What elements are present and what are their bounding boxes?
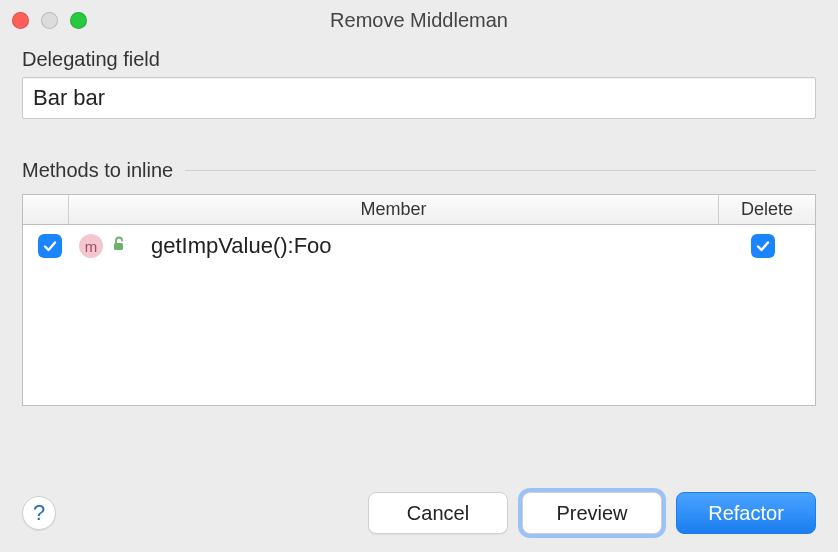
preview-button[interactable]: Preview (522, 492, 662, 534)
unlock-icon (111, 236, 127, 256)
window-title: Remove Middleman (0, 9, 838, 32)
row-delete-checkbox[interactable] (751, 234, 775, 258)
zoom-icon[interactable] (70, 12, 87, 29)
column-member: Member (69, 195, 719, 224)
methods-to-inline-label: Methods to inline (22, 159, 173, 182)
close-icon[interactable] (12, 12, 29, 29)
minimize-icon (41, 12, 58, 29)
refactor-button[interactable]: Refactor (676, 492, 816, 534)
method-icon: m (79, 234, 103, 258)
row-select-checkbox[interactable] (38, 234, 62, 258)
column-delete: Delete (719, 195, 815, 224)
delegating-field-label: Delegating field (22, 48, 816, 71)
methods-table: Member Delete m getImpValue(): (22, 194, 816, 406)
table-header: Member Delete (23, 195, 815, 225)
titlebar: Remove Middleman (0, 0, 838, 40)
svg-rect-0 (114, 243, 123, 250)
column-select (23, 195, 69, 224)
member-name: getImpValue():Foo (151, 233, 332, 259)
cancel-button[interactable]: Cancel (368, 492, 508, 534)
delegating-field-input[interactable]: Bar bar (22, 77, 816, 119)
traffic-lights (12, 12, 87, 29)
table-row[interactable]: m getImpValue():Foo (23, 225, 815, 267)
button-bar: ? Cancel Preview Refactor (22, 492, 816, 534)
delegating-field-value: Bar bar (33, 85, 105, 111)
divider (185, 170, 816, 171)
help-button[interactable]: ? (22, 496, 56, 530)
